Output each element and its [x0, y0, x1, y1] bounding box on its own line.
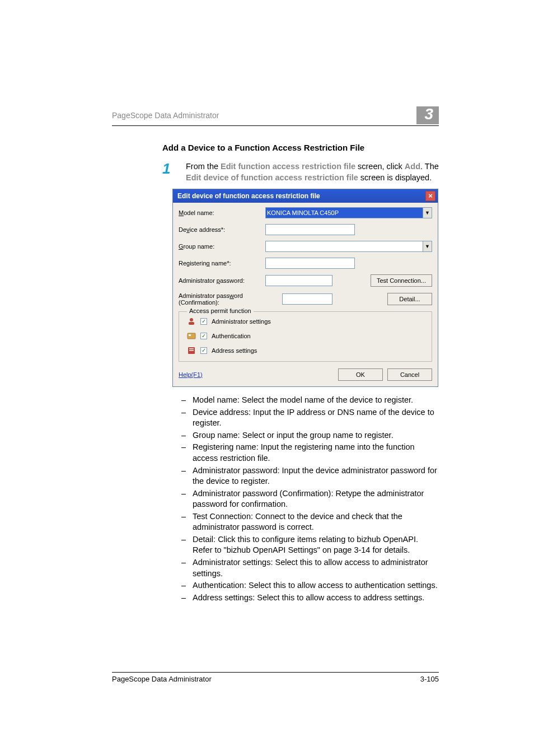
page-header: PageScope Data Administrator 3 [112, 106, 439, 126]
chk-address-label: Address settings [212, 347, 257, 354]
admin-settings-checkbox[interactable]: ✓ [200, 318, 207, 325]
list-item: Administrator password: Input the device… [179, 465, 439, 487]
book-icon [187, 347, 196, 354]
list-item: Administrator settings: Select this to a… [179, 557, 439, 579]
chapter-number: 3 [416, 106, 439, 124]
chevron-down-icon[interactable]: ▼ [423, 207, 432, 218]
description-list: Model name: Select the model name of the… [179, 395, 439, 603]
svg-rect-6 [189, 350, 194, 351]
edit-device-dialog: Edit device of function access restricti… [172, 189, 438, 387]
fieldset-legend: Access permit function [187, 307, 254, 314]
dialog-titlebar[interactable]: Edit device of function access restricti… [173, 189, 438, 203]
cancel-button[interactable]: Cancel [387, 368, 432, 381]
authentication-checkbox[interactable]: ✓ [200, 333, 207, 339]
svg-rect-5 [189, 348, 194, 349]
chk-admin-label: Administrator settings [212, 318, 271, 325]
dialog-title: Edit device of function access restricti… [177, 192, 320, 200]
admin-password-confirm-input[interactable] [282, 293, 332, 305]
address-settings-checkbox[interactable]: ✓ [200, 347, 207, 354]
list-item: Administrator password (Confirmation): R… [179, 488, 439, 510]
list-item: Device address: Input the IP address or … [179, 407, 439, 429]
person-icon [187, 318, 196, 325]
label-registering-name: Registering name*: [179, 260, 265, 267]
section-heading: Add a Device to a Function Access Restri… [162, 143, 439, 152]
list-item: Test Connection: Connect to the device a… [179, 511, 439, 533]
list-item: Address settings: Select this to allow a… [179, 592, 439, 604]
help-link[interactable]: Help(F1) [179, 371, 203, 378]
list-item: Group name: Select or input the group na… [179, 430, 439, 441]
label-model-name: Model name: [179, 209, 265, 216]
svg-rect-1 [189, 322, 194, 325]
footer-title: PageScope Data Administrator [112, 675, 212, 683]
chevron-down-icon[interactable]: ▼ [423, 241, 432, 252]
detail-button[interactable]: Detail... [387, 293, 432, 305]
access-permit-fieldset: Access permit function ✓ Administrator s… [179, 311, 432, 362]
ok-button[interactable]: OK [338, 368, 383, 381]
chk-auth-label: Authentication [212, 333, 251, 339]
list-item: Detail: Click this to configure items re… [179, 534, 439, 556]
chapter-indicator: 3 [416, 106, 439, 124]
list-item: Model name: Select the model name of the… [179, 395, 439, 406]
svg-rect-3 [189, 334, 191, 336]
list-item: Authentication: Select this to allow acc… [179, 580, 439, 591]
step-1: 1 From the Edit function access restrict… [162, 161, 439, 183]
close-icon[interactable]: × [425, 191, 435, 201]
label-group-name: Group name: [179, 243, 265, 250]
label-device-address: Device address*: [179, 226, 265, 233]
header-title: PageScope Data Administrator [112, 111, 219, 120]
footer-page-number: 3-105 [420, 675, 439, 683]
card-icon [187, 332, 196, 340]
list-item: Registering name: Input the registering … [179, 442, 439, 464]
device-address-input[interactable] [265, 224, 355, 235]
model-name-combo[interactable]: KONICA MINOLTA C450P ▼ [265, 207, 432, 218]
registering-name-input[interactable] [265, 258, 355, 269]
group-name-combo[interactable]: ▼ [265, 241, 432, 252]
step-number: 1 [162, 161, 174, 183]
step-text: From the Edit function access restrictio… [186, 161, 439, 183]
admin-password-input[interactable] [265, 275, 332, 286]
label-admin-password-confirm: Administrator password (Confirmation): [179, 292, 282, 306]
page-footer: PageScope Data Administrator 3-105 [112, 672, 439, 683]
test-connection-button[interactable]: Test Connection... [371, 274, 432, 287]
label-admin-password: Administrator password: [179, 277, 265, 284]
svg-point-0 [190, 318, 193, 321]
